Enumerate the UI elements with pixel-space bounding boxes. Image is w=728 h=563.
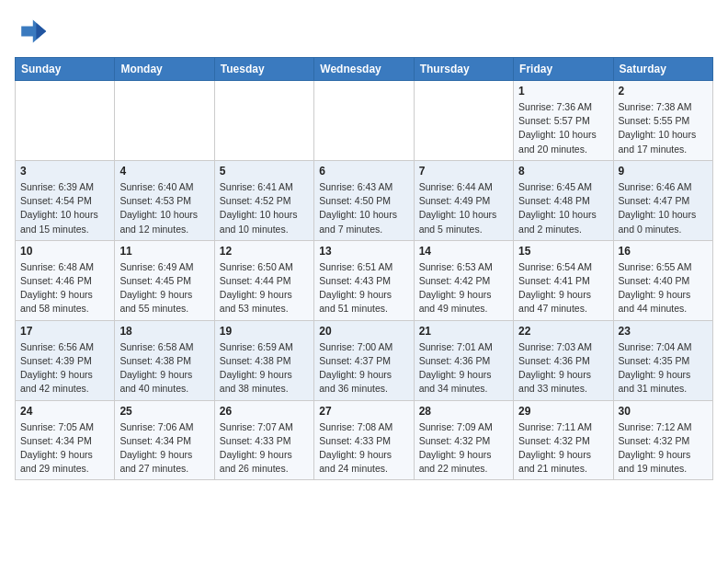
day-number: 27 bbox=[319, 405, 408, 418]
weekday-header: Sunday bbox=[16, 58, 115, 81]
day-number: 10 bbox=[20, 245, 109, 258]
day-number: 21 bbox=[419, 325, 508, 338]
weekday-header: Thursday bbox=[414, 58, 513, 81]
day-info: Sunrise: 6:48 AM Sunset: 4:46 PM Dayligh… bbox=[20, 260, 109, 316]
day-info: Sunrise: 7:04 AM Sunset: 4:35 PM Dayligh… bbox=[619, 340, 708, 396]
day-number: 29 bbox=[518, 405, 608, 418]
day-info: Sunrise: 6:46 AM Sunset: 4:47 PM Dayligh… bbox=[619, 180, 708, 236]
calendar-cell bbox=[314, 81, 414, 161]
day-info: Sunrise: 6:41 AM Sunset: 4:52 PM Dayligh… bbox=[220, 180, 309, 236]
day-number: 11 bbox=[119, 245, 209, 258]
calendar-cell: 10Sunrise: 6:48 AM Sunset: 4:46 PM Dayli… bbox=[16, 240, 115, 320]
day-number: 26 bbox=[220, 405, 309, 418]
day-number: 4 bbox=[119, 165, 209, 178]
day-info: Sunrise: 7:36 AM Sunset: 5:57 PM Dayligh… bbox=[518, 100, 608, 156]
calendar-cell: 20Sunrise: 7:00 AM Sunset: 4:37 PM Dayli… bbox=[314, 320, 414, 400]
calendar-cell: 1Sunrise: 7:36 AM Sunset: 5:57 PM Daylig… bbox=[514, 81, 613, 161]
day-number: 22 bbox=[518, 325, 608, 338]
calendar-cell: 14Sunrise: 6:53 AM Sunset: 4:42 PM Dayli… bbox=[414, 240, 513, 320]
calendar-cell: 7Sunrise: 6:44 AM Sunset: 4:49 PM Daylig… bbox=[414, 160, 513, 240]
calendar-cell bbox=[16, 81, 115, 161]
calendar-cell: 13Sunrise: 6:51 AM Sunset: 4:43 PM Dayli… bbox=[314, 240, 414, 320]
calendar-cell: 23Sunrise: 7:04 AM Sunset: 4:35 PM Dayli… bbox=[613, 320, 712, 400]
calendar-cell: 17Sunrise: 6:56 AM Sunset: 4:39 PM Dayli… bbox=[16, 320, 115, 400]
day-info: Sunrise: 7:05 AM Sunset: 4:34 PM Dayligh… bbox=[20, 420, 109, 477]
day-info: Sunrise: 6:39 AM Sunset: 4:54 PM Dayligh… bbox=[20, 180, 109, 236]
page-header bbox=[15, 15, 713, 48]
day-number: 3 bbox=[20, 165, 109, 178]
day-number: 16 bbox=[619, 245, 708, 258]
day-number: 18 bbox=[119, 325, 209, 338]
day-number: 12 bbox=[220, 245, 309, 258]
day-number: 23 bbox=[619, 325, 708, 338]
day-info: Sunrise: 6:54 AM Sunset: 4:41 PM Dayligh… bbox=[518, 260, 608, 316]
calendar-cell: 18Sunrise: 6:58 AM Sunset: 4:38 PM Dayli… bbox=[115, 320, 214, 400]
day-info: Sunrise: 6:45 AM Sunset: 4:48 PM Dayligh… bbox=[518, 180, 608, 236]
day-info: Sunrise: 6:49 AM Sunset: 4:45 PM Dayligh… bbox=[119, 260, 209, 316]
day-info: Sunrise: 6:51 AM Sunset: 4:43 PM Dayligh… bbox=[319, 260, 408, 316]
day-info: Sunrise: 6:59 AM Sunset: 4:38 PM Dayligh… bbox=[220, 340, 309, 396]
calendar-cell: 19Sunrise: 6:59 AM Sunset: 4:38 PM Dayli… bbox=[214, 320, 313, 400]
calendar-header-row: SundayMondayTuesdayWednesdayThursdayFrid… bbox=[16, 58, 713, 81]
calendar-week-row: 24Sunrise: 7:05 AM Sunset: 4:34 PM Dayli… bbox=[16, 400, 713, 480]
day-info: Sunrise: 7:38 AM Sunset: 5:55 PM Dayligh… bbox=[619, 100, 708, 156]
calendar-cell: 15Sunrise: 6:54 AM Sunset: 4:41 PM Dayli… bbox=[514, 240, 613, 320]
day-info: Sunrise: 7:09 AM Sunset: 4:32 PM Dayligh… bbox=[419, 420, 508, 477]
calendar-cell: 24Sunrise: 7:05 AM Sunset: 4:34 PM Dayli… bbox=[16, 400, 115, 480]
calendar-cell: 21Sunrise: 7:01 AM Sunset: 4:36 PM Dayli… bbox=[414, 320, 513, 400]
day-number: 13 bbox=[319, 245, 408, 258]
calendar-cell: 16Sunrise: 6:55 AM Sunset: 4:40 PM Dayli… bbox=[613, 240, 712, 320]
day-number: 17 bbox=[20, 325, 109, 338]
calendar-cell bbox=[115, 81, 214, 161]
day-info: Sunrise: 7:07 AM Sunset: 4:33 PM Dayligh… bbox=[220, 420, 309, 477]
day-info: Sunrise: 6:43 AM Sunset: 4:50 PM Dayligh… bbox=[319, 180, 408, 236]
day-number: 6 bbox=[319, 165, 408, 178]
day-info: Sunrise: 7:12 AM Sunset: 4:32 PM Dayligh… bbox=[619, 420, 708, 477]
day-number: 2 bbox=[619, 85, 708, 98]
calendar-table: SundayMondayTuesdayWednesdayThursdayFrid… bbox=[15, 57, 713, 480]
calendar-cell: 8Sunrise: 6:45 AM Sunset: 4:48 PM Daylig… bbox=[514, 160, 613, 240]
weekday-header: Tuesday bbox=[214, 58, 313, 81]
day-info: Sunrise: 7:01 AM Sunset: 4:36 PM Dayligh… bbox=[419, 340, 508, 396]
day-number: 9 bbox=[619, 165, 708, 178]
day-info: Sunrise: 7:08 AM Sunset: 4:33 PM Dayligh… bbox=[319, 420, 408, 477]
calendar-cell bbox=[414, 81, 513, 161]
day-info: Sunrise: 6:53 AM Sunset: 4:42 PM Dayligh… bbox=[419, 260, 508, 316]
calendar-week-row: 1Sunrise: 7:36 AM Sunset: 5:57 PM Daylig… bbox=[16, 81, 713, 161]
weekday-header: Monday bbox=[115, 58, 214, 81]
calendar-cell: 27Sunrise: 7:08 AM Sunset: 4:33 PM Dayli… bbox=[314, 400, 414, 480]
day-info: Sunrise: 6:40 AM Sunset: 4:53 PM Dayligh… bbox=[119, 180, 209, 236]
calendar-cell: 30Sunrise: 7:12 AM Sunset: 4:32 PM Dayli… bbox=[613, 400, 712, 480]
day-info: Sunrise: 7:03 AM Sunset: 4:36 PM Dayligh… bbox=[518, 340, 608, 396]
day-number: 30 bbox=[619, 405, 708, 418]
day-info: Sunrise: 6:44 AM Sunset: 4:49 PM Dayligh… bbox=[419, 180, 508, 236]
day-info: Sunrise: 7:06 AM Sunset: 4:34 PM Dayligh… bbox=[119, 420, 209, 477]
day-info: Sunrise: 6:50 AM Sunset: 4:44 PM Dayligh… bbox=[220, 260, 309, 316]
logo bbox=[15, 15, 51, 48]
day-number: 5 bbox=[220, 165, 309, 178]
day-number: 19 bbox=[220, 325, 309, 338]
calendar-cell: 25Sunrise: 7:06 AM Sunset: 4:34 PM Dayli… bbox=[115, 400, 214, 480]
day-number: 25 bbox=[119, 405, 209, 418]
weekday-header: Wednesday bbox=[314, 58, 414, 81]
day-info: Sunrise: 6:56 AM Sunset: 4:39 PM Dayligh… bbox=[20, 340, 109, 396]
day-info: Sunrise: 6:55 AM Sunset: 4:40 PM Dayligh… bbox=[619, 260, 708, 316]
day-number: 14 bbox=[419, 245, 508, 258]
calendar-cell: 29Sunrise: 7:11 AM Sunset: 4:32 PM Dayli… bbox=[514, 400, 613, 480]
calendar-cell: 11Sunrise: 6:49 AM Sunset: 4:45 PM Dayli… bbox=[115, 240, 214, 320]
day-number: 28 bbox=[419, 405, 508, 418]
calendar-cell: 6Sunrise: 6:43 AM Sunset: 4:50 PM Daylig… bbox=[314, 160, 414, 240]
day-number: 24 bbox=[20, 405, 109, 418]
calendar-cell: 3Sunrise: 6:39 AM Sunset: 4:54 PM Daylig… bbox=[16, 160, 115, 240]
day-number: 1 bbox=[518, 85, 608, 98]
weekday-header: Saturday bbox=[613, 58, 712, 81]
day-info: Sunrise: 7:00 AM Sunset: 4:37 PM Dayligh… bbox=[319, 340, 408, 396]
calendar-cell bbox=[214, 81, 313, 161]
calendar-cell: 5Sunrise: 6:41 AM Sunset: 4:52 PM Daylig… bbox=[214, 160, 313, 240]
day-info: Sunrise: 7:11 AM Sunset: 4:32 PM Dayligh… bbox=[518, 420, 608, 477]
svg-marker-1 bbox=[36, 23, 46, 40]
calendar-cell: 9Sunrise: 6:46 AM Sunset: 4:47 PM Daylig… bbox=[613, 160, 712, 240]
day-info: Sunrise: 6:58 AM Sunset: 4:38 PM Dayligh… bbox=[119, 340, 209, 396]
calendar-cell: 12Sunrise: 6:50 AM Sunset: 4:44 PM Dayli… bbox=[214, 240, 313, 320]
calendar-cell: 22Sunrise: 7:03 AM Sunset: 4:36 PM Dayli… bbox=[514, 320, 613, 400]
